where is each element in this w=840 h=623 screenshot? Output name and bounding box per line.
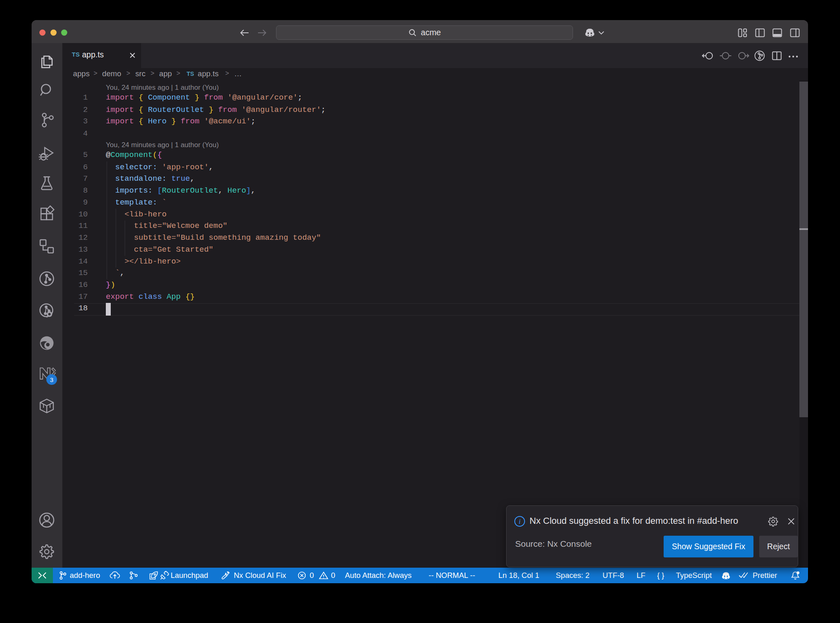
svg-text:i: i <box>519 518 520 525</box>
